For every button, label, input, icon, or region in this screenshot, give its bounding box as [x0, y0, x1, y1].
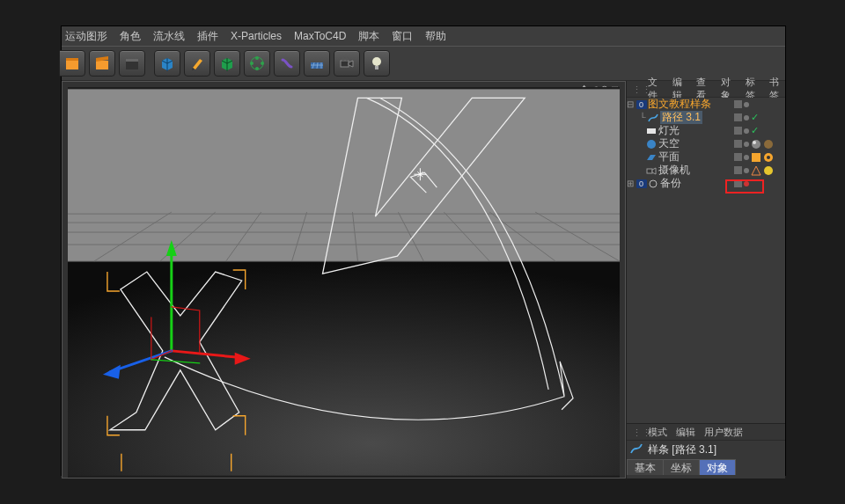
tree-label: 摄像机	[658, 164, 690, 177]
check-icon[interactable]: ✓	[751, 124, 759, 137]
pen-button[interactable]	[184, 50, 210, 77]
deformer-button[interactable]	[274, 50, 300, 77]
svg-marker-17	[349, 61, 353, 67]
expand-icon[interactable]: ⊞	[627, 177, 634, 190]
menu-help[interactable]: 帮助	[425, 26, 446, 46]
tree-row-sky[interactable]: 天空	[627, 137, 785, 150]
svg-rect-21	[375, 66, 378, 69]
svg-rect-2	[96, 61, 108, 69]
svg-point-50	[764, 140, 773, 149]
object-tree[interactable]: ⊟ 0 图文教程样条 └ 路径 3.1 ✓	[627, 98, 785, 423]
layer-tag-icon[interactable]	[734, 166, 742, 174]
clapper1-button[interactable]	[59, 50, 85, 77]
null-icon	[648, 179, 658, 189]
menu-window[interactable]: 窗口	[392, 26, 413, 46]
menu-script[interactable]: 脚本	[358, 26, 379, 46]
svg-point-47	[647, 140, 656, 149]
tree-row-camera[interactable]: 摄像机	[627, 164, 785, 177]
svg-point-10	[250, 62, 254, 65]
layer-icon[interactable]: 0	[636, 99, 646, 110]
svg-marker-56	[652, 168, 656, 174]
tree-row-spline[interactable]: └ 路径 3.1 ✓	[627, 111, 785, 124]
svg-marker-57	[752, 166, 760, 175]
object-manager-menu: ⋮⋮ 文件 编辑 查看 对象 标签 书签	[627, 81, 785, 98]
svg-point-58	[764, 166, 773, 175]
vis-dot-icon[interactable]	[744, 155, 749, 160]
attr-title: 样条 [路径 3.1]	[627, 441, 785, 459]
tree-row-plane[interactable]: 平面	[627, 150, 785, 164]
tab-object[interactable]: 对象	[699, 459, 736, 475]
svg-point-61	[650, 180, 657, 187]
attr-menu-mode[interactable]: 模式	[648, 426, 667, 439]
vis-dot-icon[interactable]	[744, 115, 749, 121]
svg-rect-1	[66, 58, 78, 61]
svg-marker-51	[647, 155, 656, 160]
svg-rect-23	[68, 261, 620, 476]
target-tag-icon[interactable]	[751, 165, 761, 176]
tree-label: 灯光	[658, 124, 680, 137]
svg-point-48	[752, 140, 760, 149]
array-button[interactable]	[244, 50, 270, 77]
menu-xparticles[interactable]: X-Particles	[231, 26, 282, 46]
svg-rect-55	[647, 169, 652, 173]
vis-dot-icon[interactable]	[744, 168, 749, 173]
material-tag-icon[interactable]	[751, 139, 761, 150]
svg-point-9	[255, 67, 259, 70]
tree-row-light[interactable]: 灯光 ✓	[627, 124, 785, 137]
layer-icon[interactable]: 0	[636, 179, 646, 189]
attr-title-text: 样条 [路径 3.1]	[648, 443, 716, 456]
floor-button[interactable]	[304, 50, 330, 77]
attr-menu: ⋮⋮ 模式 编辑 用户数据	[627, 424, 785, 441]
tab-coord[interactable]: 坐标	[663, 459, 700, 475]
nurbs-button[interactable]	[214, 50, 240, 77]
protection-tag-icon[interactable]	[763, 165, 774, 176]
layer-tag-icon[interactable]	[734, 127, 742, 135]
menu-plugins[interactable]: 插件	[197, 26, 218, 46]
branch-icon: └	[639, 111, 646, 124]
light-button[interactable]	[364, 50, 390, 77]
layer-tag-icon[interactable]	[734, 100, 742, 108]
vis-dot-icon[interactable]	[744, 128, 749, 134]
attr-menu-edit[interactable]: 编辑	[676, 426, 695, 439]
clapper2-button[interactable]	[89, 50, 115, 77]
svg-rect-22	[68, 89, 620, 261]
sky-icon	[646, 139, 657, 150]
panel-grip-icon[interactable]: ⋮⋮	[632, 427, 639, 436]
camera-button[interactable]	[334, 50, 360, 77]
svg-point-19	[345, 57, 349, 61]
menu-character[interactable]: 角色	[120, 26, 141, 46]
svg-point-7	[255, 56, 259, 60]
svg-rect-16	[341, 61, 349, 67]
layer-tag-icon[interactable]	[734, 153, 742, 161]
expand-icon[interactable]: ⊟	[627, 98, 634, 111]
clapper3-button[interactable]	[119, 50, 145, 77]
layer-tag-icon[interactable]	[734, 140, 742, 148]
svg-point-54	[767, 156, 770, 159]
panel-grip-icon[interactable]: ⋮⋮	[632, 84, 639, 93]
material-tag-icon[interactable]	[751, 152, 761, 163]
svg-point-49	[753, 141, 756, 144]
tree-row-root[interactable]: ⊟ 0 图文教程样条	[627, 98, 785, 111]
svg-point-8	[261, 62, 264, 65]
menu-motion[interactable]: 运动图形	[65, 26, 107, 46]
check-icon[interactable]: ✓	[751, 111, 759, 124]
viewport[interactable]: ✥ ⤢ ⟳ □	[62, 81, 626, 478]
menu-pipeline[interactable]: 流水线	[153, 26, 185, 46]
svg-text:0: 0	[639, 100, 643, 109]
spline-icon	[648, 113, 658, 123]
vis-dot-icon[interactable]	[744, 102, 749, 107]
vis-dot-icon[interactable]	[744, 142, 749, 147]
svg-rect-5	[126, 59, 138, 62]
compositing-tag-icon[interactable]	[763, 152, 774, 163]
light-icon	[646, 126, 657, 136]
svg-rect-46	[647, 128, 656, 134]
tab-basic[interactable]: 基本	[627, 459, 664, 475]
svg-point-20	[372, 57, 381, 66]
attr-menu-userdata[interactable]: 用户数据	[704, 426, 743, 439]
menu-maxtoc4d[interactable]: MaxToC4D	[294, 26, 346, 46]
viewport-inner[interactable]	[68, 87, 620, 478]
svg-rect-52	[752, 153, 760, 162]
cube-button[interactable]	[154, 50, 180, 77]
layer-tag-icon[interactable]	[734, 113, 742, 121]
material-tag2-icon[interactable]	[763, 139, 774, 150]
